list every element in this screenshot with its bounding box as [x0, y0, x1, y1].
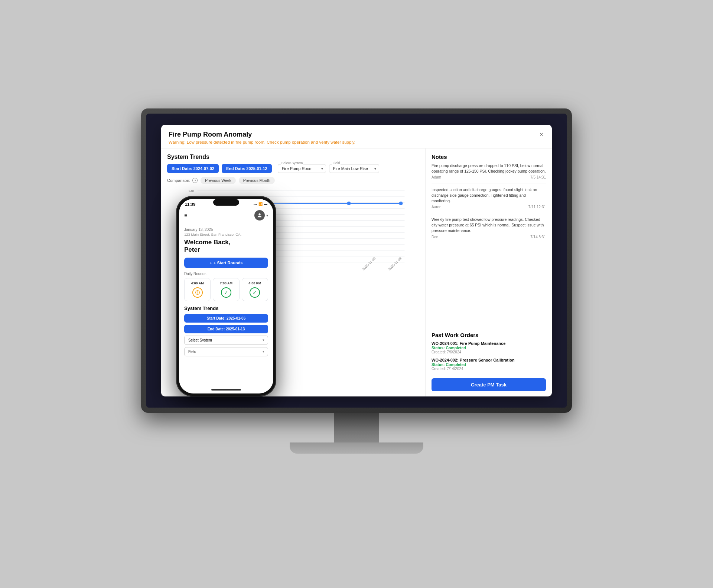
- round-time-3: 4:00 PM: [244, 281, 266, 285]
- phone-topbar: ≡ ▾: [179, 208, 273, 223]
- svg-point-28: [347, 202, 351, 205]
- note-text-2: Inspected suction and discharge gauges, …: [432, 187, 546, 203]
- svg-text:2025-01-09: 2025-01-09: [388, 257, 403, 271]
- monitor-stand-base: [290, 442, 423, 454]
- phone-select-field[interactable]: Field: [184, 347, 268, 356]
- note-timestamp-1: 7/5 14:31: [530, 175, 546, 179]
- previous-month-button[interactable]: Previous Month: [239, 177, 275, 184]
- wo-created-1: Created: 7/6/2024: [432, 350, 546, 354]
- dialog-warning: Warning: Low pressure detected in fire p…: [169, 140, 544, 144]
- comparison-label: Comparison: ?: [167, 178, 198, 183]
- controls-row: Start Date: 2024-07-02 End Date: 2025-01…: [167, 164, 419, 173]
- note-item-2: Inspected suction and discharge gauges, …: [432, 187, 546, 213]
- work-order-1: WO-2024-001: Fire Pump Maintenance Statu…: [432, 341, 546, 354]
- notes-section: Notes Fire pump discharge pressure dropp…: [432, 154, 546, 328]
- round-status-done-1: ✓: [221, 287, 231, 298]
- phone-user-area[interactable]: ▾: [254, 210, 268, 220]
- select-field-dropdown[interactable]: Fire Main Low Rise: [329, 164, 379, 173]
- round-status-done-2: ✓: [250, 287, 260, 298]
- wo-created-2: Created: 7/14/2024: [432, 367, 546, 371]
- rounds-grid: 4:00 AM 7:00 AM ✓ 4: [184, 278, 268, 301]
- phone-screen: 11:39 ▪▪▪ 📶 ▬ ≡: [179, 199, 273, 393]
- note-text-3: Weekly fire pump test showed low pressur…: [432, 217, 546, 233]
- phone-welcome: Welcome Back,Peter: [184, 239, 268, 254]
- phone-daily-rounds-label: Daily Rounds: [184, 272, 268, 276]
- past-wo-title: Past Work Orders: [432, 332, 546, 338]
- round-status-pending: [192, 287, 203, 298]
- wo-status-2: Status: Completed: [432, 362, 546, 367]
- note-item-1: Fire pump discharge pressure dropped to …: [432, 163, 546, 183]
- phone-system-trends-title: System Trends: [184, 306, 268, 311]
- phone-date: January 13, 2025: [184, 228, 268, 232]
- phone-wrapper: 11:39 ▪▪▪ 📶 ▬ ≡: [176, 196, 276, 396]
- select-system-group: Select System Fire Pump Room ▾: [278, 164, 326, 173]
- select-field-group: Field Fire Main Low Rise ▾: [329, 164, 379, 173]
- monitor-frame: Fire Pump Room Anomaly Warning: Low pres…: [141, 108, 572, 413]
- phone-select-system[interactable]: Select System: [184, 336, 268, 345]
- wo-name-1: WO-2024-001: Fire Pump Maintenance: [432, 341, 546, 346]
- round-card-3: 4:00 PM ✓: [242, 278, 268, 301]
- dialog-title: Fire Pump Room Anomaly: [169, 131, 544, 138]
- phone-frame: 11:39 ▪▪▪ 📶 ▬ ≡: [176, 196, 276, 396]
- svg-point-29: [399, 202, 403, 205]
- info-icon: ?: [192, 178, 198, 183]
- notes-title: Notes: [432, 154, 546, 160]
- note-meta-1: Adam 7/5 14:31: [432, 175, 546, 179]
- wifi-icon: ▪▪▪: [253, 202, 257, 206]
- phone-address: 123 Main Street. San Francisco, CA.: [184, 232, 268, 236]
- round-time-2: 7:00 AM: [215, 281, 237, 285]
- past-work-orders-section: Past Work Orders WO-2024-001: Fire Pump …: [432, 332, 546, 375]
- avatar: [254, 210, 265, 220]
- phone-end-date-button[interactable]: End Date: 2025-01-13: [184, 325, 268, 333]
- create-pm-button[interactable]: Create PM Task: [432, 378, 546, 391]
- monitor-screen: Fire Pump Room Anomaly Warning: Low pres…: [146, 114, 567, 408]
- end-date-button[interactable]: End Date: 2025-01-12: [222, 164, 272, 173]
- svg-text:2025-01-08: 2025-01-08: [362, 257, 377, 271]
- hamburger-icon[interactable]: ≡: [184, 212, 187, 218]
- battery-icon: ▬: [264, 202, 267, 206]
- phone-bottom-bar: [179, 386, 273, 393]
- previous-week-button[interactable]: Previous Week: [201, 177, 235, 184]
- chevron-down-icon-phone: ▾: [266, 213, 268, 218]
- round-card-2: 7:00 AM ✓: [213, 278, 239, 301]
- select-field-label: Field: [332, 161, 341, 165]
- note-author-1: Adam: [432, 175, 441, 179]
- svg-point-38: [197, 293, 198, 293]
- wo-name-2: WO-2024-002: Pressure Sensor Calibration: [432, 358, 546, 362]
- monitor-stand-neck: [334, 413, 379, 442]
- note-meta-2: Aaron 7/11 12:31: [432, 205, 546, 209]
- system-trends-title: System Trends: [167, 154, 419, 160]
- phone-notch: [213, 199, 239, 206]
- phone-select-field-wrapper: Field ▾: [184, 347, 268, 356]
- note-item-3: Weekly fire pump test showed low pressur…: [432, 217, 546, 243]
- round-card-1: 4:00 AM: [184, 278, 211, 301]
- dialog-right-panel: Notes Fire pump discharge pressure dropp…: [426, 148, 552, 396]
- start-date-button[interactable]: Start Date: 2024-07-02: [167, 164, 219, 173]
- select-system-label: Select System: [281, 161, 304, 165]
- note-author-3: Don: [432, 235, 438, 239]
- signal-icon: 📶: [258, 202, 263, 206]
- phone-status-icons: ▪▪▪ 📶 ▬: [253, 202, 267, 206]
- dialog-header: Fire Pump Room Anomaly Warning: Low pres…: [161, 125, 552, 148]
- round-time-1: 4:00 AM: [186, 281, 209, 285]
- note-timestamp-2: 7/11 12:31: [528, 205, 546, 209]
- work-order-2: WO-2024-002: Pressure Sensor Calibration…: [432, 358, 546, 371]
- close-icon[interactable]: ×: [537, 130, 546, 139]
- note-author-2: Aaron: [432, 205, 442, 209]
- svg-point-35: [258, 213, 260, 215]
- start-rounds-button[interactable]: + + Start Rounds: [184, 258, 268, 268]
- phone-time: 11:39: [185, 202, 195, 206]
- svg-text:240: 240: [189, 189, 194, 193]
- note-text-1: Fire pump discharge pressure dropped to …: [432, 163, 546, 174]
- phone-start-date-button[interactable]: Start Date: 2025-01-06: [184, 314, 268, 323]
- comparison-row: Comparison: ? Previous Week Previous Mon…: [167, 177, 419, 184]
- select-system-dropdown[interactable]: Fire Pump Room: [278, 164, 326, 173]
- plus-icon: +: [210, 261, 212, 265]
- wo-status-1: Status: Completed: [432, 346, 546, 350]
- phone-select-system-wrapper: Select System ▾: [184, 336, 268, 345]
- note-timestamp-3: 7/14 8:31: [530, 235, 546, 239]
- home-indicator: [211, 389, 241, 391]
- note-meta-3: Don 7/14 8:31: [432, 235, 546, 239]
- monitor-wrapper: Fire Pump Room Anomaly Warning: Low pres…: [134, 108, 579, 480]
- phone-content: January 13, 2025 123 Main Street. San Fr…: [179, 223, 273, 386]
